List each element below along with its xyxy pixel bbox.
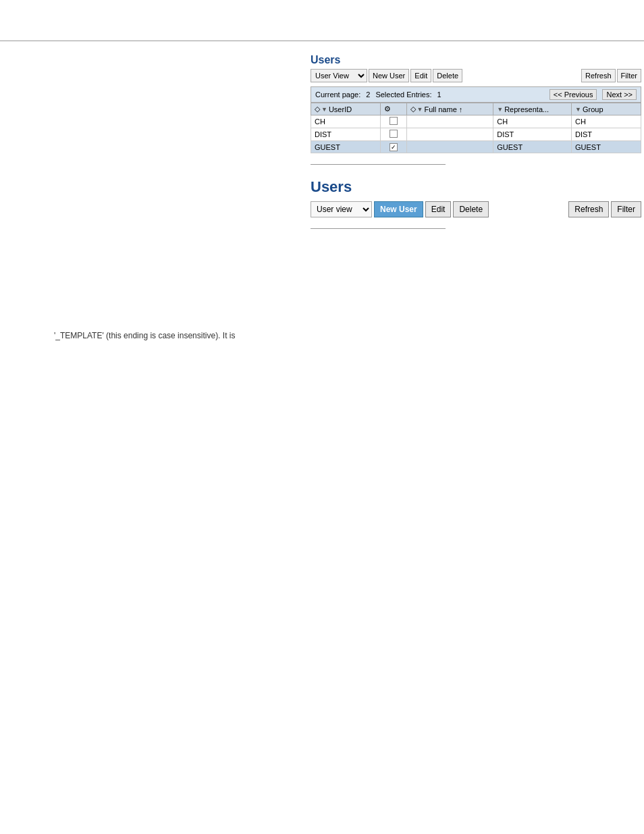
users-panel-2: Users User view Group view Role view New… bbox=[311, 178, 641, 229]
cell-fullname bbox=[406, 115, 493, 128]
row-checkbox[interactable]: ✓ bbox=[390, 143, 398, 151]
icon-col-icon: ⚙ bbox=[384, 105, 391, 113]
userid-sort-icon: ◇ bbox=[315, 105, 320, 113]
top-divider bbox=[0, 41, 644, 41]
cell-userid: CH bbox=[311, 115, 381, 128]
users-table: ◇ ▼ UserID ⚙ ◇ ▼ Full name ↑ bbox=[311, 103, 641, 153]
represent-label: Representa... bbox=[504, 105, 549, 113]
table-row[interactable]: CH CH CH bbox=[311, 115, 641, 128]
cell-checkbox[interactable]: ✓ bbox=[380, 141, 406, 153]
th-representation[interactable]: ▼ Representa... bbox=[493, 103, 572, 115]
cell-representation: CH bbox=[493, 115, 572, 128]
cell-fullname bbox=[406, 141, 493, 153]
users-panel-1: Users User View Group View Role View New… bbox=[311, 54, 641, 165]
fullname-filter-icon: ▼ bbox=[417, 106, 423, 113]
cell-representation: GUEST bbox=[493, 141, 572, 153]
cell-checkbox[interactable] bbox=[380, 115, 406, 128]
refresh-button-2[interactable]: Refresh bbox=[568, 201, 609, 217]
new-user-button-1[interactable]: New User bbox=[369, 69, 409, 82]
cell-checkbox[interactable] bbox=[380, 128, 406, 141]
userid-label: UserID bbox=[329, 105, 352, 113]
current-page-value: 2 bbox=[366, 90, 370, 99]
cell-representation: DIST bbox=[493, 128, 572, 141]
main-content: Users User View Group View Role View New… bbox=[311, 54, 641, 240]
userid-filter-icon: ▼ bbox=[321, 106, 327, 113]
cell-fullname bbox=[406, 128, 493, 141]
users-title-1: Users bbox=[311, 54, 641, 66]
users-title-2: Users bbox=[311, 178, 641, 196]
represent-filter-icon: ▼ bbox=[497, 106, 503, 113]
previous-button[interactable]: << Previous bbox=[549, 89, 597, 100]
new-user-button-2[interactable]: New User bbox=[374, 201, 423, 217]
panel2-divider bbox=[311, 228, 446, 229]
delete-button-2[interactable]: Delete bbox=[453, 201, 489, 217]
view-select-1[interactable]: User View Group View Role View bbox=[311, 69, 367, 82]
pagination-bar: Current page: 2 Selected Entries: 1 << P… bbox=[311, 86, 641, 103]
selected-entries-value: 1 bbox=[437, 90, 441, 99]
th-userid[interactable]: ◇ ▼ UserID bbox=[311, 103, 381, 115]
refresh-button-1[interactable]: Refresh bbox=[581, 69, 616, 82]
fullname-sort-icon: ◇ bbox=[410, 105, 416, 113]
filter-button-2[interactable]: Filter bbox=[611, 201, 641, 217]
delete-button-1[interactable]: Delete bbox=[433, 69, 462, 82]
group-filter-icon: ▼ bbox=[575, 106, 581, 113]
current-page-label: Current page: bbox=[315, 90, 360, 99]
toolbar-2: User view Group view Role view New User … bbox=[311, 201, 641, 217]
table-row[interactable]: GUEST ✓ GUEST GUEST bbox=[311, 141, 641, 153]
toolbar-1: User View Group View Role View New User … bbox=[311, 69, 641, 82]
fullname-label: Full name ↑ bbox=[424, 105, 462, 113]
th-icon: ⚙ bbox=[380, 103, 406, 115]
table-row[interactable]: DIST DIST DIST bbox=[311, 128, 641, 141]
selected-entries-label: Selected Entries: bbox=[375, 90, 431, 99]
row-checkbox[interactable] bbox=[390, 130, 398, 138]
th-group[interactable]: ▼ Group bbox=[572, 103, 641, 115]
cell-userid: DIST bbox=[311, 128, 381, 141]
bottom-text: '_TEMPLATE' (this ending is case insensi… bbox=[54, 331, 235, 340]
panel1-divider bbox=[311, 164, 446, 165]
view-select-2[interactable]: User view Group view Role view bbox=[311, 201, 372, 217]
edit-button-1[interactable]: Edit bbox=[410, 69, 431, 82]
edit-button-2[interactable]: Edit bbox=[425, 201, 452, 217]
cell-userid: GUEST bbox=[311, 141, 381, 153]
row-checkbox[interactable] bbox=[390, 117, 398, 125]
filter-button-1[interactable]: Filter bbox=[617, 69, 641, 82]
th-fullname[interactable]: ◇ ▼ Full name ↑ bbox=[406, 103, 493, 115]
cell-group: DIST bbox=[572, 128, 641, 141]
cell-group: GUEST bbox=[572, 141, 641, 153]
group-label: Group bbox=[583, 105, 603, 113]
next-button[interactable]: Next >> bbox=[602, 89, 637, 100]
cell-group: CH bbox=[572, 115, 641, 128]
